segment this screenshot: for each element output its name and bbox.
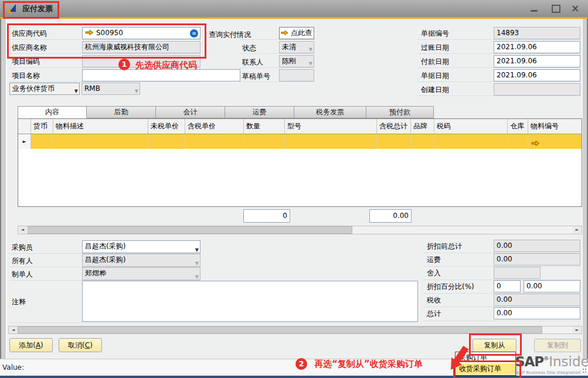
remarks-label: 注释: [12, 297, 26, 307]
link-arrow-icon[interactable]: [85, 29, 94, 36]
scroll-right-icon[interactable]: ►: [573, 326, 582, 333]
remarks-textarea[interactable]: [82, 281, 418, 322]
col-header-selector: [18, 119, 31, 134]
status-label: 状态: [242, 43, 256, 53]
creator-field: 郑熠桦 ▼: [82, 267, 200, 280]
line-items-table: 货币 物料描述 未税单价 含税单价 数量 型号 含税总计 品牌 税码 仓库 物料…: [18, 118, 582, 207]
doc-no-field: 14893: [494, 27, 580, 39]
draft-no-label: 草稿单号: [242, 71, 270, 81]
dropdown-icon: ▼: [195, 271, 199, 280]
col-header-tax-code: 税码: [434, 119, 508, 134]
dropdown-icon[interactable]: ▼: [195, 244, 199, 253]
discount-percent-label: 折扣百分比(%): [427, 282, 474, 292]
project-code-label: 项目编码: [12, 57, 40, 67]
close-button[interactable]: ×: [571, 2, 579, 14]
total-amount-field: 0.00: [369, 209, 412, 223]
tax-label: 税收: [427, 295, 441, 305]
buyer-label: 采购员: [12, 243, 33, 253]
status-field: 未清 ▼: [279, 41, 314, 53]
tab-tax-invoice[interactable]: 税务发票: [294, 106, 366, 118]
link-arrow-icon[interactable]: [531, 140, 540, 147]
currency-field: RMB ▼: [81, 83, 140, 95]
freight-field: 0.00: [494, 253, 580, 265]
dropdown-icon[interactable]: ▼: [74, 86, 78, 95]
tab-accounting[interactable]: 会计: [155, 106, 225, 118]
buyer-selector[interactable]: 昌超杰(采购) ▼: [82, 240, 200, 253]
scroll-right-icon[interactable]: ►: [573, 226, 582, 234]
tab-logistics[interactable]: 后勤: [86, 106, 156, 118]
col-header-quantity: 数量: [244, 119, 285, 134]
col-header-currency: 货币: [31, 119, 53, 134]
due-date-field[interactable]: 2021.09.06: [494, 55, 580, 67]
vendor-code-label: 供应商代码: [12, 29, 47, 39]
vendor-code-field[interactable]: S00950 ≡: [82, 27, 200, 39]
link-arrow-icon[interactable]: [281, 30, 288, 36]
scrollbar-thumb[interactable]: [28, 226, 352, 234]
step-1-badge: 1: [118, 59, 130, 70]
cell-unit-price-pre-tax[interactable]: [148, 134, 185, 149]
rounding-label: 舍入: [427, 268, 441, 278]
ap-invoice-window: 应付发票 × 供应商代码 S00950 ≡ 供应商名称 杭州海康威视科技有限公司…: [0, 0, 588, 378]
copy-from-button[interactable]: 复制从: [473, 339, 516, 352]
choose-from-list-icon[interactable]: ≡: [190, 29, 198, 38]
query-payment-label: 查询实付情况: [209, 30, 251, 40]
total-before-discount-field: 0.00: [494, 240, 580, 252]
scrollbar-thumb[interactable]: [18, 326, 542, 333]
cell-tax-code[interactable]: [434, 134, 508, 149]
cell-currency[interactable]: [31, 134, 53, 149]
query-payment-button[interactable]: 点此查: [279, 27, 314, 39]
row-selector[interactable]: ►: [18, 134, 31, 149]
posting-date-field[interactable]: 2021.09.06: [494, 41, 580, 53]
cell-unit-price-incl-tax[interactable]: [185, 134, 244, 149]
tab-contents[interactable]: 内容: [18, 106, 87, 118]
col-header-item-no: 物料编号: [528, 119, 582, 134]
total-before-discount-label: 折扣前总计: [427, 241, 462, 251]
vendor-name-field: 杭州海康威视科技有限公司: [82, 41, 200, 53]
cell-brand[interactable]: [411, 134, 434, 149]
cell-warehouse[interactable]: [508, 134, 528, 149]
dropdown-icon: ▼: [309, 58, 312, 67]
bp-currency-selector[interactable]: 业务伙伴货币 ▼: [9, 83, 80, 95]
col-header-unit-price-pre-tax: 未税单价: [148, 119, 185, 134]
project-name-field[interactable]: [82, 69, 240, 81]
cell-total-incl-tax[interactable]: [377, 134, 411, 149]
form-horizontal-scrollbar[interactable]: ◄ ►: [8, 326, 582, 334]
cancel-button[interactable]: 取消(C): [59, 338, 102, 352]
vendor-name-label: 供应商名称: [12, 43, 47, 53]
title-bar: 应付发票 ×: [0, 0, 588, 17]
step-2-badge: 2: [295, 358, 307, 370]
owner-field: 昌超杰(采购) ▼: [82, 254, 200, 267]
posting-date-label: 过账日期: [421, 43, 449, 53]
due-date-label: 付款日期: [421, 57, 449, 67]
dropdown-icon: ▼: [195, 258, 199, 267]
contact-label: 联系人: [242, 57, 263, 67]
discount-percent-field[interactable]: 0: [494, 280, 521, 292]
scroll-left-icon[interactable]: ◄: [9, 326, 18, 333]
add-button[interactable]: 添加(A): [9, 338, 53, 352]
total-field[interactable]: 0.00: [494, 307, 580, 319]
rounding-field: [494, 267, 541, 279]
create-date-label: 创建日期: [421, 85, 449, 95]
table-row[interactable]: ►: [18, 134, 582, 149]
table-horizontal-scrollbar[interactable]: ◄ ►: [18, 226, 582, 234]
col-header-unit-price-incl-tax: 含税单价: [185, 119, 244, 134]
scroll-left-icon[interactable]: ◄: [18, 226, 27, 234]
cell-item-description[interactable]: [53, 134, 148, 149]
maximize-button[interactable]: [552, 5, 560, 13]
vendor-code-value: S00950: [96, 29, 123, 37]
resize-grip[interactable]: [583, 372, 584, 373]
step-1-text: 先选供应商代码: [135, 60, 197, 71]
tab-freight[interactable]: 运费: [225, 106, 294, 118]
cell-quantity[interactable]: [244, 134, 285, 149]
tab-down-payment[interactable]: 预付款: [366, 106, 434, 118]
cell-model[interactable]: [285, 134, 377, 149]
col-header-warehouse: 仓库: [508, 119, 528, 134]
window-left-edge: [0, 19, 7, 359]
dropdown-icon: ▼: [309, 44, 312, 53]
freight-label: 运费: [427, 255, 441, 265]
cell-item-no[interactable]: [528, 134, 582, 149]
doc-date-field[interactable]: 2021.09.06: [494, 69, 580, 81]
accent-line: [0, 17, 588, 19]
minimize-button[interactable]: [531, 10, 538, 12]
discount-amount-field[interactable]: 0.00: [524, 280, 580, 292]
